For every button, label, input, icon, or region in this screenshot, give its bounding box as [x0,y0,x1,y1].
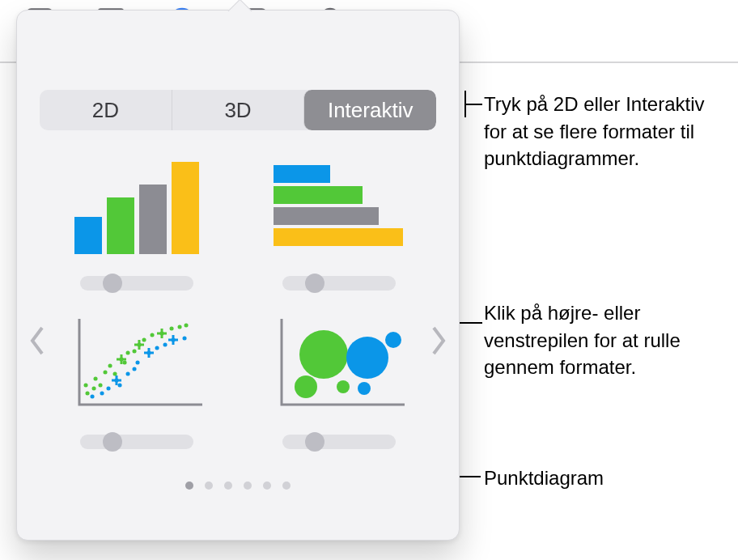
tab-2d[interactable]: 2D [40,90,172,130]
svg-point-19 [385,332,401,348]
scrubber[interactable] [282,435,396,449]
bubble-chart-thumbnail [258,303,420,425]
bar-chart-option[interactable] [252,145,426,291]
chart-options-grid [17,137,459,449]
svg-point-14 [299,330,348,379]
tab-3d[interactable]: 3D [172,90,304,130]
bubble-chart-option[interactable] [252,303,426,449]
svg-point-15 [295,375,317,398]
column-chart-thumbnail [56,145,218,266]
svg-rect-9 [172,162,199,254]
callout-connector [464,104,482,105]
svg-point-16 [337,380,350,393]
svg-rect-7 [107,197,134,254]
scatter-chart-thumbnail [56,303,218,425]
scrubber[interactable] [80,435,193,449]
page-dot[interactable] [282,482,291,490]
column-chart-option[interactable] [49,145,224,291]
chart-dimension-tabs: 2D 3D Interaktiv [40,90,436,130]
callout-connector [464,91,466,117]
scrubber[interactable] [80,276,193,291]
scrubber[interactable] [282,276,396,291]
callout-tabs-help: Tryk på 2D eller Interaktiv for at se fl… [484,91,727,172]
callout-scatter-label: Punktdiagram [484,465,727,492]
svg-rect-13 [274,228,403,246]
svg-rect-8 [139,185,167,254]
scatter-chart-option[interactable] [49,303,224,449]
page-dot[interactable] [244,482,252,490]
page-dot[interactable] [224,482,232,490]
page-dot[interactable] [185,482,193,490]
svg-point-18 [358,382,371,395]
page-dot[interactable] [263,482,271,490]
svg-rect-6 [74,217,102,254]
svg-rect-11 [274,186,363,204]
bar-chart-thumbnail [258,145,420,266]
chart-picker-popover: 2D 3D Interaktiv [16,10,460,541]
tab-interactive[interactable]: Interaktiv [303,90,436,130]
svg-rect-10 [274,165,330,183]
svg-point-17 [346,337,388,379]
page-dot[interactable] [205,482,213,490]
svg-rect-12 [274,207,379,225]
page-indicator[interactable] [17,482,459,490]
callout-arrows-help: Klik på højre- eller venstrepilen for at… [484,299,727,381]
